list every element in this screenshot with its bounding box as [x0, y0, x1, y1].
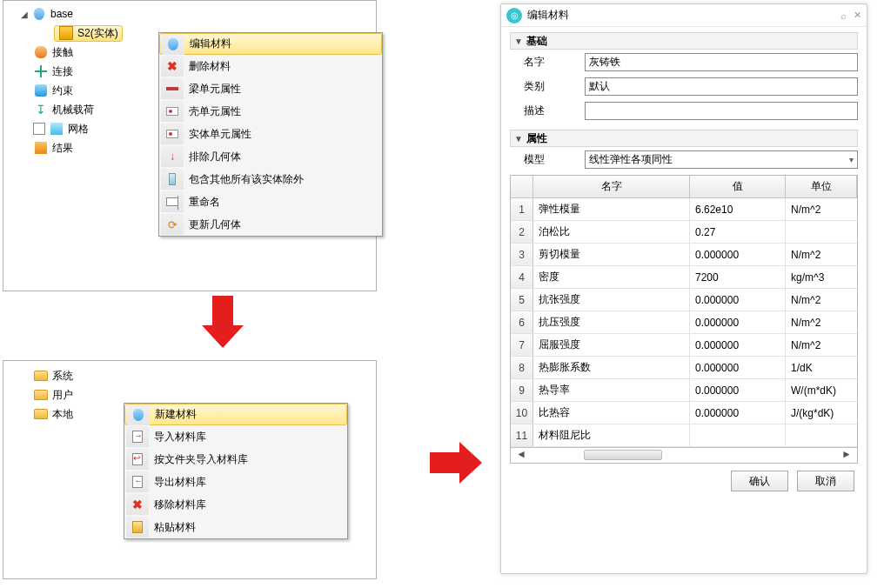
menu-label: 排除几何体 — [189, 150, 241, 164]
table-row[interactable]: 7屈服强度0.000000N/m^2 — [511, 334, 857, 357]
table-row[interactable]: 9热导率0.000000W/(m*dK) — [511, 379, 857, 402]
prop-value[interactable] — [690, 424, 786, 446]
beam-icon — [166, 87, 178, 90]
svg-marker-1 — [430, 442, 482, 484]
chevron-down-icon: ▾ — [849, 155, 854, 164]
menu-label: 删除材料 — [189, 59, 231, 74]
model-dropdown[interactable]: 线性弹性各项同性 ▾ — [585, 150, 858, 169]
mesh-checkbox[interactable] — [33, 123, 45, 135]
horizontal-scrollbar[interactable]: ◄ ► — [511, 447, 857, 463]
menu-delete-material[interactable]: ✖删除材料 — [159, 55, 382, 77]
prop-name: 比热容 — [533, 402, 690, 424]
menu-solid-prop[interactable]: 实体单元属性 — [159, 123, 382, 145]
desc-input[interactable] — [585, 102, 858, 120]
properties-table: 名字 值 单位 1弹性模量6.62e10N/m^22泊松比0.273剪切模量0.… — [510, 175, 858, 464]
prop-value[interactable]: 0.000000 — [690, 402, 786, 424]
menu-label: 按文件夹导入材料库 — [154, 452, 248, 467]
folder-icon — [33, 387, 49, 403]
solid-icon — [166, 130, 178, 138]
flow-arrow-down — [197, 296, 249, 348]
prop-value[interactable]: 0.000000 — [690, 311, 786, 333]
tree-label: base — [50, 8, 73, 20]
help-button[interactable]: ⌕ — [840, 10, 847, 21]
prop-value[interactable]: 6.62e10 — [690, 198, 786, 220]
table-row[interactable]: 11材料阻尼比 — [511, 424, 857, 447]
prop-unit: kg/m^3 — [786, 266, 857, 288]
menu-remove-lib[interactable]: ✖移除材料库 — [124, 493, 347, 516]
menu-label: 更新几何体 — [189, 217, 241, 232]
menu-export-lib[interactable]: 导出材料库 — [124, 471, 347, 493]
table-row[interactable]: 3剪切模量0.000000N/m^2 — [511, 244, 857, 266]
prop-value[interactable]: 0.000000 — [690, 244, 786, 265]
menu-label: 移除材料库 — [154, 498, 206, 512]
menu-import-lib[interactable]: 导入材料库 — [124, 425, 347, 448]
menu-label: 编辑材料 — [190, 37, 231, 51]
table-row[interactable]: 5抗张强度0.000000N/m^2 — [511, 289, 857, 311]
table-row[interactable]: 1弹性模量6.62e10N/m^2 — [511, 198, 857, 221]
scroll-left-icon[interactable]: ◄ — [511, 448, 532, 463]
table-header-row: 名字 值 单位 — [511, 176, 857, 198]
prop-name: 材料阻尼比 — [533, 424, 690, 446]
tree-label: S2(实体) — [77, 26, 118, 41]
table-row[interactable]: 10比热容0.000000J/(kg*dK) — [511, 402, 857, 424]
prop-value[interactable]: 0.000000 — [690, 379, 786, 401]
menu-paste-material[interactable]: 粘贴材料 — [124, 516, 347, 538]
prop-value[interactable]: 7200 — [690, 266, 786, 288]
folder-icon — [33, 368, 49, 384]
menu-shell-prop[interactable]: 壳单元属性 — [159, 100, 382, 123]
menu-exclude-geom[interactable]: ↓排除几何体 — [159, 145, 382, 168]
prop-value[interactable]: 0.000000 — [690, 334, 786, 356]
prop-unit: N/m^2 — [786, 334, 857, 356]
button-label: 取消 — [815, 474, 836, 489]
prop-name: 剪切模量 — [533, 244, 690, 265]
menu-rename[interactable]: 重命名 — [159, 190, 382, 213]
menu-new-material[interactable]: 新建材料 — [124, 404, 347, 425]
prop-name: 抗张强度 — [533, 289, 690, 311]
menu-label: 新建材料 — [155, 407, 197, 422]
row-index: 3 — [511, 244, 533, 265]
menu-beam-prop[interactable]: 梁单元属性 — [159, 77, 382, 100]
table-row[interactable]: 8热膨胀系数0.0000001/dK — [511, 357, 857, 379]
cancel-button[interactable]: 取消 — [797, 471, 854, 491]
prop-value[interactable]: 0.000000 — [690, 357, 786, 378]
ok-button[interactable]: 确认 — [731, 471, 788, 491]
close-button[interactable]: ✕ — [854, 10, 861, 21]
row-index: 7 — [511, 334, 533, 356]
edit-material-dialog: ◎ 编辑材料 ⌕ ✕ ▼基础 名字 类别 描述 ▼属性 模型 线性弹性各项同性 … — [500, 3, 867, 574]
collapse-icon[interactable]: ◢ — [21, 10, 31, 19]
table-row[interactable]: 6抗压强度0.000000N/m^2 — [511, 311, 857, 334]
lib-label: 用户 — [52, 388, 73, 403]
section-basic-header[interactable]: ▼基础 — [510, 32, 858, 50]
table-row[interactable]: 4密度7200kg/m^3 — [511, 266, 857, 289]
prop-name: 弹性模量 — [533, 198, 690, 220]
name-input[interactable] — [585, 53, 858, 71]
prop-value[interactable]: 0.27 — [690, 221, 786, 243]
menu-update-geom[interactable]: ⟳更新几何体 — [159, 213, 382, 236]
prop-unit — [786, 424, 857, 446]
prop-value[interactable]: 0.000000 — [690, 289, 786, 311]
scrollbar-thumb[interactable] — [584, 450, 662, 460]
category-label: 类别 — [510, 79, 585, 94]
shell-icon — [166, 107, 178, 116]
menu-edit-material[interactable]: 编辑材料 — [159, 33, 382, 55]
menu-include-others[interactable]: 包含其他所有该实体除外 — [159, 168, 382, 190]
tree-node-base[interactable]: ◢ base — [5, 4, 374, 23]
lib-node-system[interactable]: 系统 — [5, 366, 374, 385]
menu-import-folder[interactable]: 按文件夹导入材料库 — [124, 448, 347, 471]
prop-unit: 1/dK — [786, 357, 857, 378]
import-icon — [132, 431, 143, 443]
menu-label: 包含其他所有该实体除外 — [189, 172, 304, 187]
import-folder-icon — [132, 453, 143, 465]
lib-node-user[interactable]: 用户 — [5, 385, 374, 404]
menu-label: 壳单元属性 — [189, 104, 241, 119]
dialog-title: 编辑材料 — [527, 8, 569, 23]
category-input[interactable] — [585, 77, 858, 96]
table-row[interactable]: 2泊松比0.27 — [511, 221, 857, 244]
desc-label: 描述 — [510, 104, 585, 118]
row-index: 1 — [511, 198, 533, 220]
app-icon: ◎ — [506, 8, 522, 23]
prop-unit: J/(kg*dK) — [786, 402, 857, 424]
section-props-header[interactable]: ▼属性 — [510, 130, 858, 147]
flow-arrow-right — [430, 437, 482, 489]
scroll-right-icon[interactable]: ► — [836, 448, 857, 463]
